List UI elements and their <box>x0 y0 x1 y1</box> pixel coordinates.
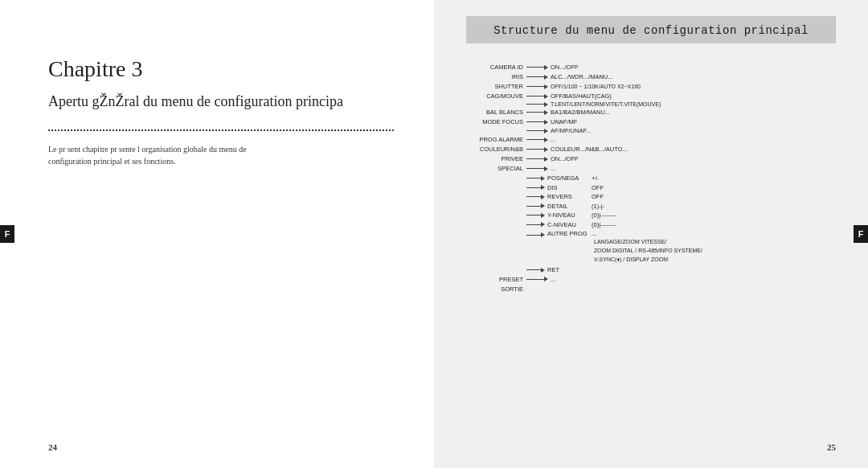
left-page: F Chapitre 3 Apertu gŽnŽral du menu de c… <box>0 0 434 468</box>
arrow-head <box>544 277 548 281</box>
menu-row-cag2: T.LENT/LENT/NORM/VITE/T.VITE(MOUVE) <box>526 101 836 107</box>
value-focus2: AF/MF/UNAF... <box>551 127 591 134</box>
sub-label-detail: DETAIL <box>547 203 592 210</box>
menu-row-bal: BAL BLANCS BA1/BA2/BM/MANU... <box>466 109 836 116</box>
value-couleur: COULEUR.../N&B.../AUTO... <box>551 146 628 153</box>
label-sortie: SORTIE <box>466 285 526 293</box>
h-line2 <box>526 104 544 105</box>
arrow-head <box>544 102 548 107</box>
label-prog-alarme: PROG ALARME <box>466 136 526 143</box>
h-line <box>526 139 544 140</box>
label-couleur: COULEUR/N&B <box>466 146 526 153</box>
menu-row-special: SPECIAL ... <box>466 165 836 172</box>
arrow-head <box>544 157 548 162</box>
menu-row-sortie: SORTIE <box>466 285 836 293</box>
menu-row-camera-id: CAMERA ID ON.../OFF <box>466 64 836 71</box>
header-title: Structure du menu de configuration princ… <box>493 24 809 37</box>
arrow-head <box>541 232 545 237</box>
value-camera-id: ON.../OFF <box>551 64 579 71</box>
arrow-head <box>544 65 548 70</box>
value-bal: BA1/BA2/BM/MANU... <box>551 109 610 116</box>
arrow-head <box>541 185 545 190</box>
h-line <box>526 158 544 159</box>
value-focus1: UNAF/MF <box>551 118 577 125</box>
arrow-head <box>541 176 545 181</box>
menu-row-cag: CAG/MOUVE OFF/BAS/HAUT(CAG) <box>466 92 836 100</box>
value-special: ... <box>551 165 555 172</box>
right-page: F Structure du menu de configuration pri… <box>434 0 868 468</box>
h-line <box>526 67 544 68</box>
h-line <box>526 149 544 150</box>
arrow-head <box>544 138 548 142</box>
sub-row-autreprog: AUTRE PROG ... LANGAGE/ZOOM VITESSE/ ZOO… <box>526 230 836 265</box>
sub-hline <box>526 178 541 179</box>
page-header-banner: Structure du menu de configuration princ… <box>466 16 836 43</box>
menu-row-focus2: AF/MF/UNAF... <box>526 127 836 134</box>
h-line <box>526 76 544 77</box>
label-shutter: SHUTTER <box>466 83 526 90</box>
label-privee: PRIVEE <box>466 155 526 162</box>
sub-label-yniveau: Y-NIVEAU <box>547 211 592 219</box>
sub-label-posnega: POS/NEGA <box>547 174 592 182</box>
sub-row-dis: DIS OFF <box>526 184 836 191</box>
sub-value-cniveau: (0)|-------- <box>592 221 616 228</box>
sub-label-revers: REVERS <box>547 193 592 200</box>
sub-row-posnega: POS/NEGA +/- <box>526 174 836 182</box>
arrow-head <box>544 166 548 171</box>
value-privee: ON.../OFF <box>551 155 579 162</box>
arrow-head <box>544 84 548 89</box>
label-preset: PRESET <box>466 276 526 283</box>
sub-label-autreprog: AUTRE PROG <box>547 230 592 237</box>
menu-diagram: CAMERA ID ON.../OFF IRIS ALC.../WDR.../M… <box>466 64 836 444</box>
label-iris: IRIS <box>466 73 526 80</box>
sub-row-ret: RET <box>526 266 836 273</box>
sub-value-detail: (1)-|- <box>592 203 604 210</box>
h-line <box>526 121 544 122</box>
sub-value-revers: OFF <box>592 193 604 200</box>
sub-value-dis: OFF <box>592 184 604 191</box>
arrow-head <box>541 203 545 208</box>
section-title: Apertu gŽnŽral du menu de configuration … <box>48 92 394 112</box>
sub-hline <box>526 269 541 270</box>
description-text: Le pr sent chapitre pr sente l organisat… <box>48 143 273 167</box>
menu-row-focus: MODE FOCUS UNAF/MF <box>466 118 836 125</box>
sub-label-cniveau: C-NIVEAU <box>547 221 592 228</box>
value-prog-alarme: ... <box>551 136 555 143</box>
sub-label-dis: DIS <box>547 184 592 191</box>
h-line <box>526 86 544 87</box>
h-line <box>526 168 544 169</box>
value-iris: ALC.../WDR.../MANU... <box>551 73 613 80</box>
h-line <box>526 96 544 96</box>
sub-row-detail: DETAIL (1)-|- <box>526 203 836 210</box>
h-line <box>526 112 544 113</box>
sub-value-autreprog: ... <box>592 230 702 237</box>
arrow-head <box>544 75 548 80</box>
page-number-right: 25 <box>827 442 836 452</box>
sub-label-ret: RET <box>547 266 592 273</box>
value-preset: ... <box>551 276 555 283</box>
sub-hline <box>526 224 541 225</box>
arrow-head <box>541 213 545 218</box>
sub-hline <box>526 215 541 216</box>
menu-row-shutter: SHUTTER OFF/1/100 ~ 1/10K/AUTO X2~X160 <box>466 83 836 90</box>
sub-hline <box>526 196 541 197</box>
arrow-head <box>544 129 548 133</box>
sub-value-posnega: +/- <box>592 174 599 182</box>
arrow-head <box>541 222 545 227</box>
arrow-head <box>544 94 548 99</box>
label-focus: MODE FOCUS <box>466 118 526 125</box>
sub-hline <box>526 235 541 236</box>
sub-row-cniveau: C-NIVEAU (0)|-------- <box>526 221 836 228</box>
arrow-head <box>544 110 548 115</box>
value-cag2: T.LENT/LENT/NORM/VITE/T.VITE(MOUVE) <box>551 101 661 107</box>
menu-row-couleur: COULEUR/N&B COULEUR.../N&B.../AUTO... <box>466 146 836 153</box>
value-cag1: OFF/BAS/HAUT(CAG) <box>551 92 612 100</box>
autre-prog-container: ... LANGAGE/ZOOM VITESSE/ ZOOM DIGITAL /… <box>592 230 702 265</box>
label-cag: CAG/MOUVE <box>466 92 526 100</box>
arrow-head <box>544 147 548 152</box>
value-shutter: OFF/1/100 ~ 1/10K/AUTO X2~X160 <box>551 84 641 89</box>
sub-row-revers: REVERS OFF <box>526 193 836 200</box>
sub-hline <box>526 206 541 207</box>
menu-row-privee: PRIVEE ON.../OFF <box>466 155 836 162</box>
sub-value-yniveau: (0)|-------- <box>592 211 616 219</box>
